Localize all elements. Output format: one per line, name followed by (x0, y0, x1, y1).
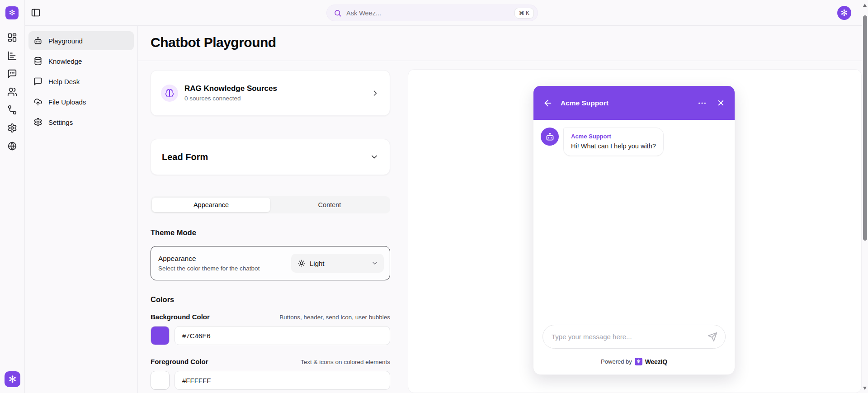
app-logo[interactable]: ✻ (5, 6, 19, 19)
tab-content[interactable]: Content (270, 198, 389, 212)
bot-message-text: Hi! What can I help you with? (571, 142, 656, 150)
chat-messages-area: Acme Support Hi! What can I help you wit… (533, 120, 735, 325)
sidebar-item-label: Knowledge (48, 57, 82, 65)
sun-icon (297, 259, 306, 267)
bot-message-sender: Acme Support (571, 133, 656, 140)
chat-widget-header: Acme Support (533, 86, 735, 120)
scroll-down-arrow-icon[interactable] (863, 387, 867, 390)
flower-logo-icon: ✻ (9, 9, 15, 17)
back-arrow-icon[interactable] (543, 98, 553, 108)
database-icon (33, 57, 42, 66)
weeziq-logo-icon: ✻ (635, 358, 642, 365)
bot-message-bubble: Acme Support Hi! What can I help you wit… (563, 128, 664, 156)
bot-message-row: Acme Support Hi! What can I help you wit… (541, 128, 727, 156)
chatbot-preview-panel: Acme Support Acme Support (408, 69, 862, 393)
bot-icon (33, 36, 42, 45)
theme-select[interactable]: Light (291, 254, 384, 273)
close-icon[interactable] (717, 99, 725, 107)
powered-by-footer: Powered by ✻ WeezIQ (533, 349, 735, 374)
send-icon[interactable] (708, 332, 717, 342)
scrollbar-thumb[interactable] (863, 15, 867, 241)
colors-heading: Colors (151, 295, 390, 304)
rag-knowledge-sources-card[interactable]: RAG Knowledge Sources 0 sources connecte… (151, 70, 390, 116)
sidebar-item-label: Playground (48, 37, 83, 45)
icon-rail: ✻ ✻ (0, 0, 25, 393)
sidebar-item-label: File Uploads (48, 98, 86, 106)
scroll-up-arrow-icon[interactable] (863, 4, 867, 7)
sidebar-item-knowledge[interactable]: Knowledge (28, 52, 134, 71)
background-color-swatch[interactable] (151, 326, 170, 345)
background-color-label: Background Color (151, 313, 210, 321)
bot-avatar-icon (541, 128, 559, 146)
gear-icon (33, 118, 42, 127)
sidebar-item-playground[interactable]: Playground (28, 31, 134, 50)
chevron-down-icon (370, 152, 379, 161)
rag-card-title: RAG Knowledge Sources (184, 84, 371, 93)
sidebar-item-settings[interactable]: Settings (28, 113, 134, 132)
sidebar-toggle-icon[interactable] (31, 8, 41, 18)
chat-widget-title: Acme Support (561, 99, 697, 107)
chat-message-input[interactable] (552, 333, 708, 341)
workflow-route-icon[interactable] (7, 105, 17, 115)
search-input[interactable] (346, 9, 514, 17)
theme-card-title: Appearance (158, 255, 259, 263)
powered-by-text: Powered by (601, 358, 632, 365)
users-icon[interactable] (7, 87, 17, 97)
sidebar-item-help-desk[interactable]: Help Desk (28, 72, 134, 91)
background-color-description: Buttons, header, send icon, user bubbles (279, 314, 390, 321)
chat-widget: Acme Support Acme Support (533, 85, 735, 375)
lead-form-title: Lead Form (162, 152, 208, 162)
flower-avatar-icon: ✻ (841, 8, 848, 18)
main-area: Chatbot Playground RAG Knowledge Sources… (138, 26, 868, 393)
sidebar-item-label: Help Desk (48, 78, 80, 85)
top-bar: ⌘ K ✻ (25, 0, 868, 26)
foreground-color-input[interactable] (175, 371, 390, 390)
search-icon (334, 9, 342, 17)
search-shortcut-badge: ⌘ K (514, 8, 534, 19)
rag-card-subtitle: 0 sources connected (184, 95, 371, 102)
cloud-upload-icon (33, 97, 42, 106)
dashboard-icon[interactable] (7, 33, 17, 43)
global-search[interactable]: ⌘ K (326, 5, 538, 21)
chat-input-pill (542, 325, 726, 349)
chevron-right-icon (371, 89, 380, 98)
conversations-icon[interactable] (7, 69, 17, 79)
analytics-chart-icon[interactable] (7, 51, 17, 61)
brain-icon (161, 85, 178, 102)
lead-form-card[interactable]: Lead Form (151, 139, 390, 175)
theme-mode-heading: Theme Mode (151, 228, 390, 237)
settings-gear-icon[interactable] (7, 123, 17, 133)
sidebar-nav: Playground Knowledge Help Desk File Uplo… (25, 26, 138, 393)
user-avatar[interactable]: ✻ (837, 6, 851, 20)
chevron-down-icon (371, 260, 378, 267)
foreground-color-description: Text & icons on colored elements (301, 359, 390, 365)
message-square-icon (33, 77, 42, 86)
flower-logo-icon: ✻ (9, 374, 17, 385)
page-title: Chatbot Playground (138, 26, 868, 50)
more-options-icon[interactable] (697, 98, 707, 108)
background-color-input[interactable] (175, 326, 390, 345)
theme-card-description: Select the color theme for the chatbot (158, 265, 259, 272)
theme-appearance-card: Appearance Select the color theme for th… (151, 246, 390, 280)
sidebar-item-label: Settings (48, 118, 73, 126)
foreground-color-label: Foreground Color (151, 358, 208, 365)
page-scrollbar[interactable] (862, 0, 868, 393)
appearance-content-tabs: Appearance Content (151, 196, 390, 213)
config-column: RAG Knowledge Sources 0 sources connecte… (151, 70, 390, 390)
page-header: Chatbot Playground (138, 26, 868, 61)
workspace-logo[interactable]: ✻ (5, 371, 20, 387)
foreground-color-swatch[interactable] (151, 371, 170, 390)
sidebar-item-file-uploads[interactable]: File Uploads (28, 92, 134, 111)
globe-icon[interactable] (7, 141, 17, 151)
theme-select-value: Light (310, 260, 371, 267)
brand-name: WeezIQ (645, 358, 667, 365)
tab-appearance[interactable]: Appearance (152, 198, 270, 212)
